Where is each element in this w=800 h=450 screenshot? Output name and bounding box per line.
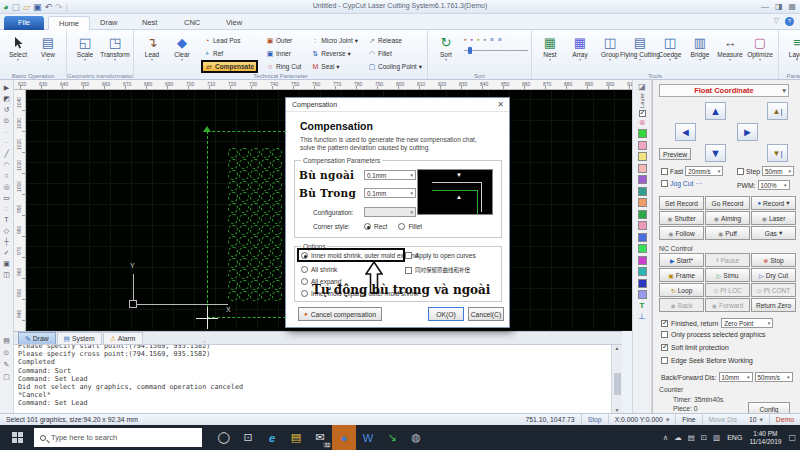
reverse-button[interactable]: ⇅Reverse▾ xyxy=(309,47,360,60)
outer-button[interactable]: ▣Outer xyxy=(264,34,303,47)
soft-limit-protection-checkbox[interactable] xyxy=(661,344,668,351)
nc-frame-button[interactable]: ▣Frame xyxy=(659,268,704,282)
release-button[interactable]: ↗Release xyxy=(366,34,424,47)
option-expand-shrink-radio[interactable] xyxy=(301,290,308,297)
edge-taskbar-icon[interactable]: e xyxy=(260,425,284,450)
record-gas-button[interactable]: Gas ▾ xyxy=(751,226,796,240)
layer-strip-tab[interactable]: Layer xyxy=(639,93,645,108)
downloads-taskbar-icon[interactable]: ↘ xyxy=(380,425,404,450)
nc-dry-cut-button[interactable]: ▷Dry Cut xyxy=(751,268,796,282)
nc-start-button[interactable]: ▶Start* xyxy=(659,253,704,267)
tab-file[interactable]: File xyxy=(4,16,44,30)
ruler-layer-icon[interactable]: ⊥ xyxy=(639,312,646,321)
layer-color-swatch-8[interactable] xyxy=(638,210,647,219)
micro-joint-button[interactable]: :Micro Joint▾ xyxy=(309,34,360,47)
rotate-tool-icon[interactable]: ↺ xyxy=(4,106,10,114)
ref-button[interactable]: +Ref xyxy=(201,47,258,60)
console-tab-system[interactable]: ▤System xyxy=(57,332,102,344)
clear-button[interactable]: ◆Clear▾ xyxy=(167,32,197,61)
layer-color-swatch-10[interactable] xyxy=(638,233,647,242)
scroll-thumb[interactable] xyxy=(614,373,621,395)
status-move-val[interactable]: 10▾ xyxy=(743,414,770,425)
layer-color-swatch-2[interactable] xyxy=(638,141,647,150)
dot-tool-icon[interactable]: · xyxy=(5,139,7,147)
tray-clock[interactable]: 1:40 PM11/14/2019 xyxy=(749,430,781,446)
layer-color-swatch-5[interactable] xyxy=(638,175,647,184)
nc-stop-button[interactable]: ⊗Stop xyxy=(751,253,796,267)
flying-cutting-button[interactable]: ▤Flying Cutting▾ xyxy=(625,32,655,61)
fillet-button[interactable]: ◠Fillet xyxy=(366,47,424,60)
dialog-title-bar[interactable]: Compensation ✕ xyxy=(286,98,509,112)
scroll-up-icon[interactable]: ▲ xyxy=(612,345,622,351)
tray-icon-3[interactable]: ▤ xyxy=(688,433,695,442)
help-icon[interactable]: ? xyxy=(785,17,794,26)
jog-left-button[interactable]: ◄ xyxy=(675,123,696,141)
eraser-icon[interactable]: ◪ xyxy=(638,82,646,91)
arc-tool-icon[interactable]: ◠ xyxy=(3,161,9,169)
tab-view[interactable]: View xyxy=(216,16,252,30)
scale-button[interactable]: ◱Scale▾ xyxy=(70,32,100,61)
backforward-speed-combo[interactable]: 50mm/s▾ xyxy=(755,372,793,382)
nc-simu-button[interactable]: ▷Simu xyxy=(705,268,750,282)
layer-delete-icon[interactable]: ⊗ xyxy=(639,119,646,127)
layer-button[interactable]: ≡Layer▾ xyxy=(782,32,800,61)
layer-color-swatch-1[interactable] xyxy=(638,129,647,138)
cooling-point-button[interactable]: ▢Cooling Point▾ xyxy=(366,60,424,73)
record-record-button[interactable]: ●Record ▾ xyxy=(751,196,796,210)
status-machine-xy[interactable]: X:0.000 Y:0.000▾ xyxy=(609,414,677,425)
tab-scroll-left[interactable]: ‹ xyxy=(204,338,206,344)
console-log[interactable]: Please specify start point:(794.1569, 93… xyxy=(18,345,610,413)
corner-rect-radio[interactable] xyxy=(364,223,371,230)
file-explorer-taskbar-icon[interactable]: ▤ xyxy=(284,425,308,450)
sort-mode-icon-1[interactable]: ▪ xyxy=(464,36,466,43)
chat-app-taskbar-icon[interactable]: ● xyxy=(332,425,356,450)
layer-color-swatch-12[interactable] xyxy=(638,256,647,265)
bridge-button[interactable]: ▥Bridge▾ xyxy=(685,32,715,61)
outer-value-combo[interactable]: 0.1mm▾ xyxy=(364,170,416,180)
layer-color-swatch-6[interactable] xyxy=(638,187,647,196)
pwm-combo[interactable]: 100%▾ xyxy=(758,180,790,190)
sort-mode-icon-3[interactable]: ▪ xyxy=(477,36,479,43)
lead-pos-button[interactable]: ◔Lead Pos xyxy=(201,34,258,47)
zoom-tool-icon[interactable]: ⊙ xyxy=(4,117,10,125)
layer-color-swatch-4[interactable] xyxy=(638,164,647,173)
record-shutter-button[interactable]: ◉Shutter xyxy=(659,211,704,225)
select-button[interactable]: Select▾ xyxy=(3,32,33,61)
notification-center-icon[interactable]: ▢ xyxy=(788,433,796,442)
all-expand-radio[interactable] xyxy=(301,278,308,285)
layer-color-swatch-13[interactable] xyxy=(638,267,647,276)
record-go-record-button[interactable]: Go Record xyxy=(705,196,750,210)
sort-button[interactable]: ↻Sort▾ xyxy=(431,32,461,61)
tab-home[interactable]: Home xyxy=(48,16,90,30)
snap-tool-icon[interactable]: ┼ xyxy=(4,238,9,246)
layer-color-swatch-11[interactable] xyxy=(638,244,647,253)
dialog-close-icon[interactable]: ✕ xyxy=(497,100,504,109)
check-tool-icon[interactable]: ✓ xyxy=(4,249,10,257)
step-checkbox[interactable] xyxy=(737,168,744,175)
jog-down-button[interactable]: ▼ xyxy=(705,144,726,162)
select-tool-icon[interactable]: ▶ xyxy=(4,84,9,92)
sort-prev-icon[interactable]: « xyxy=(490,36,494,43)
sort-next-icon[interactable]: » xyxy=(498,36,502,43)
tab-draw[interactable]: Draw xyxy=(90,16,128,30)
jog-up-button[interactable]: ▲ xyxy=(705,102,726,120)
step-combo[interactable]: 50mm▾ xyxy=(762,166,794,176)
ok-button[interactable]: OK(O) xyxy=(428,307,464,321)
fill-tool-icon[interactable]: ▣ xyxy=(3,260,10,268)
coedge-button[interactable]: ◫Coedge▾ xyxy=(655,32,685,61)
ring-cut-button[interactable]: ○Ring Cut xyxy=(264,60,303,73)
rect-tool-icon[interactable]: ▭ xyxy=(3,194,10,202)
jogcut-checkbox[interactable] xyxy=(661,180,668,187)
polygon-tool-icon[interactable]: ◇ xyxy=(4,227,9,235)
view-button[interactable]: ▤View▾ xyxy=(33,32,63,61)
edge-seek-before-working-checkbox[interactable] xyxy=(661,357,668,364)
task-view-taskbar-icon[interactable]: ⊡ xyxy=(236,425,260,450)
console-tab-draw[interactable]: ✎Draw xyxy=(18,332,56,344)
jogcut-more[interactable]: ··· xyxy=(695,180,702,187)
sort-mode-icon-4[interactable]: ▪ xyxy=(483,36,485,43)
record-follow-button[interactable]: ◉Follow xyxy=(659,226,704,240)
z-up-button[interactable]: ▲| xyxy=(767,102,788,120)
mail-taskbar-icon[interactable]: ✉32 xyxy=(308,425,332,450)
backforward-dist-combo[interactable]: 10mm▾ xyxy=(719,372,753,382)
tray-language[interactable]: ENG xyxy=(727,434,742,441)
